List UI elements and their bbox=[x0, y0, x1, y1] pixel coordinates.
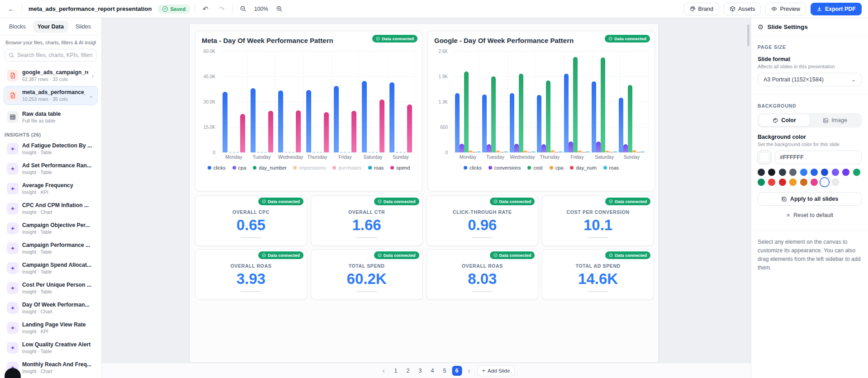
raw-table-title: Raw data table bbox=[22, 111, 95, 117]
assets-button[interactable]: Assets bbox=[724, 3, 761, 15]
legend-item-clicks[interactable]: clicks bbox=[208, 165, 226, 170]
cpa-bar bbox=[469, 151, 473, 152]
pagination-page-4[interactable]: 4 bbox=[427, 366, 437, 376]
insight-list-item[interactable]: ✦Ad Fatigue Detection By ...Insight · Ta… bbox=[4, 139, 98, 158]
color-swatch-ffffff[interactable] bbox=[821, 179, 828, 186]
color-swatch-2e7ef7[interactable] bbox=[800, 169, 807, 176]
chart-card-meta[interactable]: Meta - Day Of Week Performance Pattern D… bbox=[195, 31, 422, 191]
color-swatch-7b5bf5[interactable] bbox=[832, 169, 839, 176]
tab-slides[interactable]: Slides bbox=[71, 21, 95, 33]
file-item-google-ads[interactable]: google_ads_campaign_re... 62,387 rows · … bbox=[4, 66, 98, 85]
legend-item-purchases[interactable]: purchases bbox=[332, 165, 361, 170]
zoom-out-button[interactable] bbox=[237, 3, 249, 15]
kpi-card-total-spend[interactable]: Data connectedTOTAL SPEND60.2K bbox=[311, 249, 423, 300]
chart-card-google[interactable]: Google - Day Of Week Performance Pattern… bbox=[427, 31, 655, 191]
legend-item-cpa[interactable]: cpa bbox=[550, 165, 564, 170]
chevron-right-icon[interactable]: › bbox=[92, 72, 95, 79]
day_number-bar bbox=[317, 152, 318, 152]
color-swatch-1d4fd7[interactable] bbox=[821, 169, 828, 176]
pagination-page-6[interactable]: 6 bbox=[452, 366, 462, 376]
legend-item-roas[interactable]: roas bbox=[368, 165, 384, 170]
color-swatch-cf6f1e[interactable] bbox=[800, 179, 807, 186]
legend-item-impressions[interactable]: impressions bbox=[293, 165, 326, 170]
legend-item-conversions[interactable]: conversions bbox=[489, 165, 521, 170]
color-swatch-e8eaec[interactable] bbox=[832, 179, 839, 186]
color-swatch-f59a1f[interactable] bbox=[789, 179, 797, 186]
color-swatch-d92626[interactable] bbox=[779, 179, 786, 186]
legend-item-day_num[interactable]: day_num bbox=[570, 165, 596, 170]
reset-to-default-button[interactable]: ✕ Reset to default bbox=[786, 212, 833, 218]
preview-button[interactable]: Preview bbox=[765, 3, 806, 15]
pagination-prev-button[interactable]: ‹ bbox=[379, 366, 389, 376]
legend-item-clicks[interactable]: clicks bbox=[464, 165, 482, 170]
insight-list-item[interactable]: ✦Campaign Performance ...Insight · Table bbox=[4, 239, 98, 258]
kpi-card-overall-roas[interactable]: Data connectedOVERALL ROAS3.93 bbox=[195, 249, 307, 300]
insight-list-item[interactable]: ✦Campaign Spend Allocat...Insight · Tabl… bbox=[4, 259, 98, 278]
legend-dot bbox=[464, 166, 467, 170]
color-swatch-e83e8c[interactable] bbox=[811, 179, 818, 186]
legend-item-day_number[interactable]: day_number bbox=[253, 165, 286, 170]
file-item-meta-ads[interactable]: meta_ads_performance_r... 10,253 rows · … bbox=[4, 86, 98, 105]
slide-format-select[interactable]: A3 Portrait (1152×1584) ⌄ bbox=[758, 73, 862, 86]
color-swatch-15181e[interactable] bbox=[768, 169, 775, 176]
insight-list-item[interactable]: ✦Campaign Objective Per...Insight · Tabl… bbox=[4, 219, 98, 238]
insight-title: Cost Per Unique Person ... bbox=[22, 282, 95, 288]
palette-icon bbox=[773, 118, 778, 123]
check-circle-icon: ✓ bbox=[162, 6, 168, 12]
legend-item-spend[interactable]: spend bbox=[390, 165, 410, 170]
brand-button[interactable]: Brand bbox=[684, 3, 719, 15]
search-box[interactable] bbox=[5, 49, 97, 61]
insight-list-item[interactable]: ✦Ad Set Performance Ran...Insight · Tabl… bbox=[4, 159, 98, 178]
pagination-next-button[interactable]: › bbox=[464, 366, 474, 376]
tab-your-data[interactable]: Your Data bbox=[33, 21, 68, 33]
kpi-card-click-through-rate[interactable]: Data connectedCLICK-THROUGH RATE0.96 bbox=[427, 195, 539, 246]
canvas-scrollbar[interactable] bbox=[747, 24, 749, 46]
tab-color[interactable]: Color bbox=[759, 114, 810, 126]
clicks-bar bbox=[592, 81, 596, 152]
color-swatch-0e9262[interactable] bbox=[758, 179, 765, 186]
color-swatch-5d6572[interactable] bbox=[789, 169, 797, 176]
insight-list-item[interactable]: ✦Cost Per Unique Person ...Insight · Tab… bbox=[4, 279, 98, 298]
kpi-card-overall-roas[interactable]: Data connectedOVERALL ROAS8.03 bbox=[427, 249, 539, 300]
add-slide-button[interactable]: + Add Slide bbox=[477, 365, 515, 376]
kpi-card-cost-per-conversion[interactable]: Data connectedCOST PER CONVERSION10.1 bbox=[542, 195, 654, 246]
slide[interactable]: Meta - Day Of Week Performance Pattern D… bbox=[190, 24, 659, 363]
color-swatch-2563eb[interactable] bbox=[811, 169, 818, 176]
color-swatch-ee4040[interactable] bbox=[768, 179, 775, 186]
hex-color-input[interactable] bbox=[775, 151, 862, 164]
pagination-page-2[interactable]: 2 bbox=[403, 366, 413, 376]
apply-to-all-slides-button[interactable]: Apply to all slides bbox=[758, 192, 862, 206]
insight-list-item[interactable]: ✦Day Of Week Performan...Insight · Chart bbox=[4, 298, 98, 317]
back-button[interactable]: ← bbox=[5, 3, 17, 15]
redo-button[interactable]: ↷ bbox=[216, 3, 228, 15]
insight-list-item[interactable]: ✦Landing Page View RateInsight · KPI bbox=[4, 318, 98, 337]
color-swatch-17a56f[interactable] bbox=[853, 169, 860, 176]
kpi-value: 0.65 bbox=[195, 217, 307, 234]
tab-blocks[interactable]: Blocks bbox=[5, 21, 30, 33]
chevron-down-icon[interactable]: ⌄ bbox=[89, 92, 95, 99]
export-pdf-button[interactable]: Export PDF bbox=[811, 3, 862, 15]
pagination-page-5[interactable]: 5 bbox=[440, 366, 450, 376]
kpi-card-overall-ctr[interactable]: Data connectedOVERALL CTR1.66 bbox=[311, 195, 423, 246]
kpi-card-overall-cpc[interactable]: Data connectedOVERALL CPC0.65 bbox=[195, 195, 307, 246]
zoom-in-button[interactable] bbox=[273, 3, 285, 15]
insight-list-item[interactable]: ✦Average FrequencyInsight · KPI bbox=[4, 179, 98, 198]
legend-item-cpa[interactable]: cpa bbox=[232, 165, 247, 170]
conversions-bar bbox=[487, 144, 491, 152]
tab-image[interactable]: Image bbox=[810, 114, 860, 126]
insight-list-item[interactable]: ✦CPC And CPM Inflation ...Insight · Char… bbox=[4, 199, 98, 218]
legend-item-roas[interactable]: roas bbox=[603, 165, 619, 170]
legend-item-cost[interactable]: cost bbox=[527, 165, 542, 170]
pagination-page-3[interactable]: 3 bbox=[415, 366, 425, 376]
pagination-page-1[interactable]: 1 bbox=[391, 366, 401, 376]
color-swatch-6d3df0[interactable] bbox=[842, 169, 849, 176]
search-input[interactable] bbox=[17, 52, 93, 58]
color-preview-swatch[interactable] bbox=[758, 151, 771, 164]
raw-data-table-item[interactable]: Raw data table Full file as table bbox=[4, 108, 98, 127]
undo-button[interactable]: ↶ bbox=[199, 3, 211, 15]
chart-plot-area: 60.0K45.0K30.0K15.0K0 bbox=[219, 51, 416, 152]
color-swatch-343c49[interactable] bbox=[779, 169, 786, 176]
insight-list-item[interactable]: ✦Low Quality Creative AlertInsight · Tab… bbox=[4, 338, 98, 357]
color-swatch-252b38[interactable] bbox=[758, 169, 765, 176]
kpi-card-total-ad-spend[interactable]: Data connectedTOTAL AD SPEND14.6K bbox=[542, 249, 654, 300]
